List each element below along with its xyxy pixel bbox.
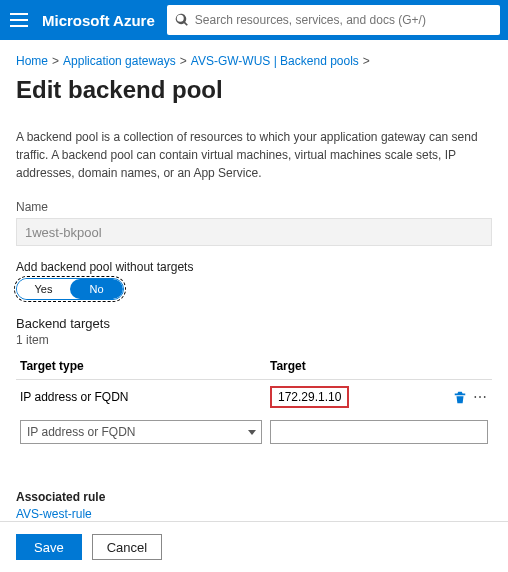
associated-rule-section: Associated rule AVS-west-rule [16, 490, 492, 522]
associated-rule-label: Associated rule [16, 490, 492, 504]
backend-targets-count: 1 item [16, 333, 492, 347]
main-content: Home > Application gateways > AVS-GW-WUS… [0, 40, 508, 522]
table-row-new [16, 414, 492, 450]
column-target-type: Target type [16, 353, 266, 380]
top-bar: Microsoft Azure [0, 0, 508, 40]
cancel-button[interactable]: Cancel [92, 534, 162, 560]
chevron-right-icon: > [52, 54, 59, 68]
chevron-right-icon: > [363, 54, 370, 68]
breadcrumb-backend-pools[interactable]: AVS-GW-WUS | Backend pools [191, 54, 359, 68]
brand-label: Microsoft Azure [42, 12, 155, 29]
toggle-yes[interactable]: Yes [17, 279, 70, 299]
breadcrumb: Home > Application gateways > AVS-GW-WUS… [16, 50, 492, 76]
breadcrumb-home[interactable]: Home [16, 54, 48, 68]
backend-targets-heading: Backend targets [16, 316, 492, 331]
column-target: Target [266, 353, 442, 380]
hamburger-menu-icon[interactable] [8, 9, 30, 31]
backend-targets-table: Target type Target IP address or FQDN 17… [16, 353, 492, 450]
page-description: A backend pool is a collection of resour… [16, 128, 492, 182]
cell-target-value: 172.29.1.10 [270, 386, 349, 408]
without-targets-toggle[interactable]: Yes No [16, 278, 124, 300]
name-input [16, 218, 492, 246]
search-bar[interactable] [167, 5, 500, 35]
target-value-input[interactable] [270, 420, 488, 444]
delete-icon[interactable] [453, 390, 467, 404]
cell-target-type: IP address or FQDN [16, 380, 266, 415]
chevron-right-icon: > [180, 54, 187, 68]
search-input[interactable] [195, 13, 492, 27]
associated-rule-link[interactable]: AVS-west-rule [16, 507, 92, 521]
table-row: IP address or FQDN 172.29.1.10 ⋯ [16, 380, 492, 415]
page-title: Edit backend pool [16, 76, 492, 104]
toggle-no[interactable]: No [70, 279, 123, 299]
more-actions-icon[interactable]: ⋯ [473, 389, 488, 405]
search-icon [175, 13, 189, 27]
name-label: Name [16, 200, 492, 214]
footer: Save Cancel [0, 521, 508, 572]
breadcrumb-application-gateways[interactable]: Application gateways [63, 54, 176, 68]
without-targets-label: Add backend pool without targets [16, 260, 492, 274]
save-button[interactable]: Save [16, 534, 82, 560]
target-type-select[interactable] [20, 420, 262, 444]
